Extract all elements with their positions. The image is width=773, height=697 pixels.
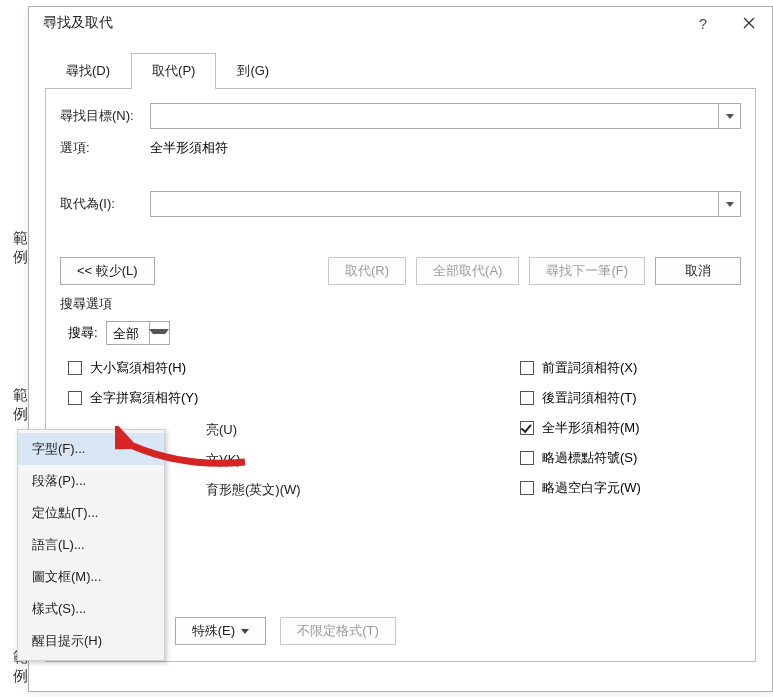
check-prefix[interactable]: 前置詞須相符(X) <box>520 359 741 377</box>
search-options-title: 搜尋選項 <box>60 295 741 313</box>
checkbox-icon <box>520 361 534 375</box>
menu-item-font[interactable]: 字型(F)... <box>18 433 164 465</box>
obscured-text: 文)(K) <box>206 451 241 469</box>
find-next-button[interactable]: 尋找下一筆(F) <box>529 257 645 285</box>
tab-goto[interactable]: 到(G) <box>216 53 290 88</box>
tab-find[interactable]: 尋找(D) <box>45 53 131 88</box>
format-dropdown-menu: 字型(F)... 段落(P)... 定位點(T)... 語言(L)... 圖文框… <box>17 429 165 661</box>
chevron-down-icon <box>726 202 734 207</box>
cancel-button[interactable]: 取消 <box>655 257 741 285</box>
find-what-combo[interactable] <box>150 103 741 129</box>
replace-button[interactable]: 取代(R) <box>328 257 406 285</box>
checkbox-icon <box>520 481 534 495</box>
options-label: 選項: <box>60 139 150 157</box>
obscured-text: 亮(U) <box>206 421 237 439</box>
checkbox-icon <box>520 451 534 465</box>
find-what-label: 尋找目標(N): <box>60 107 150 125</box>
replace-with-combo[interactable] <box>150 191 741 217</box>
replace-with-label: 取代為(I): <box>60 195 150 213</box>
less-button[interactable]: << 較少(L) <box>60 257 155 285</box>
check-fullhalf[interactable]: 全半形須相符(M) <box>520 419 741 437</box>
replace-with-input[interactable] <box>151 192 718 216</box>
menu-item-paragraph[interactable]: 段落(P)... <box>18 465 164 497</box>
menu-item-tabs[interactable]: 定位點(T)... <box>18 497 164 529</box>
chevron-down-icon <box>726 114 734 119</box>
options-text: 全半形須相符 <box>150 139 228 157</box>
search-direction-combo[interactable]: 全部 <box>106 321 170 345</box>
chevron-down-icon <box>149 329 169 337</box>
no-formatting-button[interactable]: 不限定格式(T) <box>280 617 396 645</box>
check-ignore-punct[interactable]: 略過標點符號(S) <box>520 449 741 467</box>
check-whole-word[interactable]: 全字拼寫須相符(Y) <box>68 389 460 407</box>
titlebar: 尋找及取代 ? <box>29 7 772 39</box>
check-ignore-space[interactable]: 略過空白字元(W) <box>520 479 741 497</box>
obscured-text: 育形態(英文)(W) <box>206 481 301 499</box>
special-button[interactable]: 特殊(E) <box>175 617 266 645</box>
chevron-down-icon <box>241 629 249 634</box>
dialog-title: 尋找及取代 <box>43 14 680 32</box>
close-button[interactable] <box>726 7 772 39</box>
close-icon <box>743 17 755 29</box>
checkbox-icon <box>68 361 82 375</box>
tabstrip: 尋找(D) 取代(P) 到(G) <box>45 53 772 88</box>
check-match-case[interactable]: 大小寫須相符(H) <box>68 359 460 377</box>
search-direction-label: 搜尋: <box>68 324 98 342</box>
check-suffix[interactable]: 後置詞須相符(T) <box>520 389 741 407</box>
replace-all-button[interactable]: 全部取代(A) <box>416 257 519 285</box>
bg-text: 範例 <box>0 386 28 424</box>
find-what-input[interactable] <box>151 104 718 128</box>
find-what-dropdown[interactable] <box>718 104 740 128</box>
menu-item-frame[interactable]: 圖文框(M)... <box>18 561 164 593</box>
checkbox-icon <box>520 391 534 405</box>
bg-text: 範例 <box>0 229 28 267</box>
help-button[interactable]: ? <box>680 7 726 39</box>
search-direction-value: 全部 <box>107 322 149 344</box>
search-direction-dropdown[interactable] <box>149 322 169 344</box>
menu-item-language[interactable]: 語言(L)... <box>18 529 164 561</box>
replace-with-dropdown[interactable] <box>718 192 740 216</box>
checkbox-icon <box>68 391 82 405</box>
menu-item-highlight[interactable]: 醒目提示(H) <box>18 625 164 657</box>
menu-item-style[interactable]: 樣式(S)... <box>18 593 164 625</box>
tab-replace[interactable]: 取代(P) <box>131 53 216 88</box>
checkbox-checked-icon <box>520 421 534 435</box>
